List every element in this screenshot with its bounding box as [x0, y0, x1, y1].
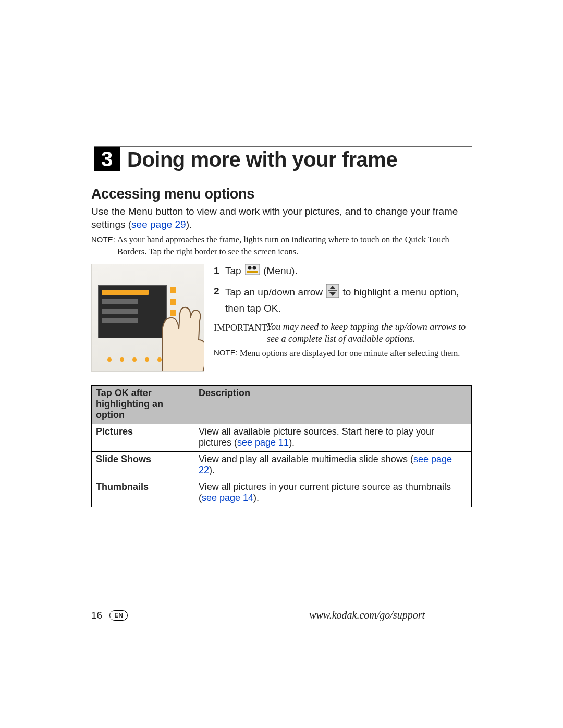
note-quick-touch: NOTE: As your hand approaches the frame,…	[91, 234, 472, 257]
th-description: Description	[194, 385, 472, 424]
page-footer: 16 EN www.kodak.com/go/support	[91, 609, 472, 621]
cell-option-name: Thumbnails	[92, 479, 194, 507]
link-page-29[interactable]: see page 29	[131, 219, 186, 230]
step-2-number: 2	[214, 284, 225, 316]
updown-arrow-icon	[326, 284, 339, 302]
desc-text: View all available picture sources. Star…	[199, 426, 434, 448]
cell-option-name: Slide Shows	[92, 451, 194, 479]
important-label: IMPORTANT:	[214, 321, 267, 346]
note-label: NOTE:	[91, 235, 115, 244]
support-url[interactable]: www.kodak.com/go/support	[309, 609, 425, 621]
cell-option-desc: View all pictures in your current pictur…	[194, 479, 472, 507]
step-2: 2 Tap an up/down arrow to highlight a me…	[214, 284, 472, 316]
svg-point-2	[252, 266, 256, 270]
cell-option-name: Pictures	[92, 424, 194, 451]
step-1-text-b: (Menu).	[263, 265, 297, 276]
cell-option-desc: View all available picture sources. Star…	[194, 424, 472, 451]
step-1-text-a: Tap	[225, 265, 244, 276]
note-text: As your hand approaches the frame, light…	[117, 234, 472, 257]
page-number: 16	[91, 610, 102, 621]
language-badge: EN	[109, 610, 128, 621]
hand-icon	[141, 303, 204, 372]
svg-point-1	[248, 266, 251, 270]
note2-label: NOTE:	[214, 348, 240, 359]
important-text: You may need to keep tapping the up/down…	[267, 321, 472, 346]
cell-option-desc: View and play all available multimedia s…	[194, 451, 472, 479]
link-page-14[interactable]: see page 14	[202, 492, 253, 503]
frame-illustration	[91, 264, 204, 372]
chapter-header: 3 Doing more with your frame	[91, 146, 472, 171]
chapter-title: Doing more with your frame	[120, 146, 472, 171]
note2-text: Menu options are displayed for one minut…	[240, 348, 460, 359]
table-header-row: Tap OK after highlighting an option Desc…	[92, 385, 472, 424]
section-heading: Accessing menu options	[91, 186, 472, 202]
step-1: 1 Tap (Menu).	[214, 264, 472, 279]
note-menu-timeout: NOTE: Menu options are displayed for one…	[214, 348, 472, 359]
intro-text-b: ).	[186, 219, 192, 230]
desc-text: View and play all available multimedia s…	[199, 454, 413, 464]
menu-icon	[245, 264, 260, 279]
desc-text-b: ).	[289, 437, 295, 448]
chapter-number: 3	[94, 146, 120, 171]
svg-rect-6	[328, 290, 337, 291]
important-note: IMPORTANT: You may need to keep tapping …	[214, 321, 472, 346]
steps-list: 1 Tap (Menu). 2 Tap an up	[214, 264, 472, 372]
desc-text-b: ).	[253, 492, 259, 503]
manual-page: 3 Doing more with your frame Accessing m…	[0, 0, 563, 728]
intro-paragraph: Use the Menu button to view and work wit…	[91, 205, 472, 231]
table-row: Thumbnails View all pictures in your cur…	[92, 479, 472, 507]
step-1-number: 1	[214, 264, 225, 279]
options-table: Tap OK after highlighting an option Desc…	[91, 385, 472, 507]
svg-rect-3	[247, 271, 258, 273]
desc-text-b: ).	[209, 465, 215, 475]
link-page-11[interactable]: see page 11	[237, 437, 289, 448]
table-row: Pictures View all available picture sour…	[92, 424, 472, 451]
th-option: Tap OK after highlighting an option	[92, 385, 194, 424]
step-2-text-a: Tap an up/down arrow	[225, 286, 325, 297]
table-row: Slide Shows View and play all available …	[92, 451, 472, 479]
